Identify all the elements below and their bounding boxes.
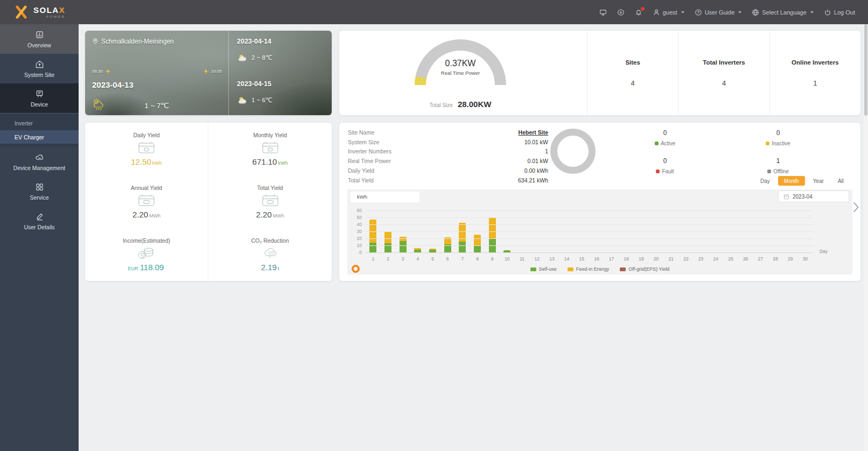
forecast-row: 1 ~ 6℃ <box>237 96 272 104</box>
x-tick-label: 27 <box>753 256 768 262</box>
date-picker[interactable]: 2023-04 <box>778 191 849 202</box>
legend-item[interactable]: Off-grid(EPS) Yield <box>620 266 669 272</box>
globe-icon <box>752 9 759 16</box>
sun-times: 06:30 20:05 <box>92 68 222 74</box>
x-tick-label: 2 <box>381 256 396 262</box>
status-dot-icon <box>655 142 659 145</box>
weather-today-date: 2023-04-13 <box>92 80 134 89</box>
period-button-year[interactable]: Year <box>807 176 830 186</box>
overview-icon <box>35 30 44 39</box>
x-tick-label: 17 <box>604 256 619 262</box>
legend-swatch <box>620 267 626 271</box>
yield-cell-daily: Daily Yield 12.50kWh <box>85 123 208 175</box>
stacked-bar <box>384 231 391 253</box>
sidebar-item-device-management[interactable]: Device Management <box>0 147 79 177</box>
cloud-icon <box>35 153 44 162</box>
status-value: 1 <box>776 157 780 165</box>
submenu-item-inverter[interactable]: Inverter <box>0 117 79 130</box>
scrollbar-thumb[interactable] <box>864 24 867 116</box>
bar-segment <box>474 235 481 245</box>
pencil-icon <box>35 212 44 221</box>
detail-row: Inverter Numbers1 <box>348 147 548 157</box>
stat-column: Total Inverters4 <box>678 31 769 115</box>
stacked-bar <box>489 217 496 253</box>
stacked-bar <box>474 235 481 253</box>
sidebar-item-device[interactable]: Device <box>0 83 79 113</box>
alarm-icon[interactable] <box>635 9 642 16</box>
period-button-day[interactable]: Day <box>754 176 776 186</box>
status-block: 0Inactive <box>722 125 835 151</box>
date-value: 2023-04 <box>793 194 813 200</box>
yield-cell-monthly: Monthly Yield 671.10kWh <box>208 123 332 175</box>
x-tick-label: 7 <box>455 256 470 262</box>
y-tick-label: 30 <box>357 229 366 234</box>
sidebar-item-service[interactable]: Service <box>0 177 79 206</box>
sunset-time: 20:05 <box>211 69 222 74</box>
inverter-status-donut <box>550 129 596 174</box>
chevron-down-icon <box>681 11 684 13</box>
grid-icon <box>35 182 44 192</box>
x-tick-label: 26 <box>738 256 753 262</box>
legend-item[interactable]: Self-use <box>530 266 557 272</box>
yield-cell-income: Income(Estimated) EUR118.09 <box>85 228 208 281</box>
bar-segment <box>369 243 376 253</box>
period-button-all[interactable]: All <box>832 176 850 186</box>
detail-label: Site Name <box>348 129 374 136</box>
gauge-readout: 0.37KW Real Time Power <box>415 59 506 76</box>
status-value: 0 <box>663 157 667 165</box>
power-icon <box>824 9 831 16</box>
status-block: 1Offline <box>722 153 835 179</box>
detail-label: Real Time Power <box>348 158 391 164</box>
yield-chart-panel: kWh 2023-04 0102030405060 12345678910111… <box>347 189 852 274</box>
status-value: 0 <box>663 129 667 137</box>
forecast-temp: 2 ~ 8℃ <box>251 54 272 61</box>
x-tick-label: 21 <box>663 256 678 262</box>
site-detail-card: Site NameHebert SiteSystem Size10.01 kWI… <box>339 123 860 281</box>
chart-legend: Self-useFeed-in EnergyOff-grid(EPS) Yiel… <box>347 266 852 272</box>
x-tick-label: 24 <box>708 256 723 262</box>
detail-value: 0.01 kW <box>527 158 548 164</box>
real-time-power-card: 0.37KW Real Time Power Total Size28.00KW… <box>339 31 860 115</box>
fleet-stats: Sites4Total Inverters4Online Inverters1 <box>587 31 860 115</box>
sidebar-item-system-site[interactable]: System Site <box>0 54 79 83</box>
logo-text: SOLAX POWER <box>33 6 65 18</box>
chart-unit-tab[interactable]: kWh <box>351 192 419 202</box>
logout-button[interactable]: Log Out <box>824 9 855 16</box>
submenu-item-ev-charger[interactable]: EV Charger <box>0 130 79 144</box>
x-tick-label: 22 <box>678 256 694 262</box>
monitor-icon[interactable] <box>599 9 607 16</box>
gridline <box>366 224 813 225</box>
stat-label: Sites <box>625 59 640 66</box>
detail-row: Real Time Power0.01 kW <box>348 156 548 166</box>
detail-row: Site NameHebert Site <box>348 128 548 137</box>
user-guide-menu[interactable]: User Guide <box>695 9 742 16</box>
sunset-icon <box>203 68 209 74</box>
bar-chart-plot: 0102030405060 <box>366 211 813 253</box>
language-label: Select Language <box>762 9 807 16</box>
period-button-month[interactable]: Month <box>778 176 805 186</box>
legend-item[interactable]: Feed-in Energy <box>568 266 610 272</box>
top-navbar: SOLAX POWER guest User Guide Select Lang… <box>0 0 868 24</box>
page-scrollbar[interactable] <box>864 24 868 451</box>
x-tick-label: 19 <box>634 256 649 262</box>
download-icon[interactable] <box>617 9 625 16</box>
detail-row: System Size10.01 kW <box>348 137 548 147</box>
stat-label: Total Inverters <box>703 59 745 66</box>
x-tick-label: 28 <box>768 256 783 262</box>
sidebar-item-overview[interactable]: Overview <box>0 24 79 54</box>
device-icon <box>35 89 44 98</box>
sidebar-item-user-details[interactable]: User Details <box>0 206 79 236</box>
y-tick-label: 40 <box>357 222 366 227</box>
gridline <box>366 210 813 211</box>
weather-cloud-sun-icon <box>237 53 247 62</box>
status-block: 0Active <box>608 125 722 151</box>
detail-value: 10.01 kW <box>524 139 548 145</box>
language-menu[interactable]: Select Language <box>752 9 814 16</box>
gridline <box>366 238 813 239</box>
user-menu[interactable]: guest <box>653 9 684 16</box>
chevron-right-icon[interactable] <box>852 201 860 213</box>
co2-icon: CO₂ <box>261 246 280 260</box>
status-dot-icon <box>656 170 660 173</box>
status-grid: 0Active0Inactive0Fault1Offline <box>608 125 835 179</box>
site-name-link[interactable]: Hebert Site <box>519 129 548 136</box>
